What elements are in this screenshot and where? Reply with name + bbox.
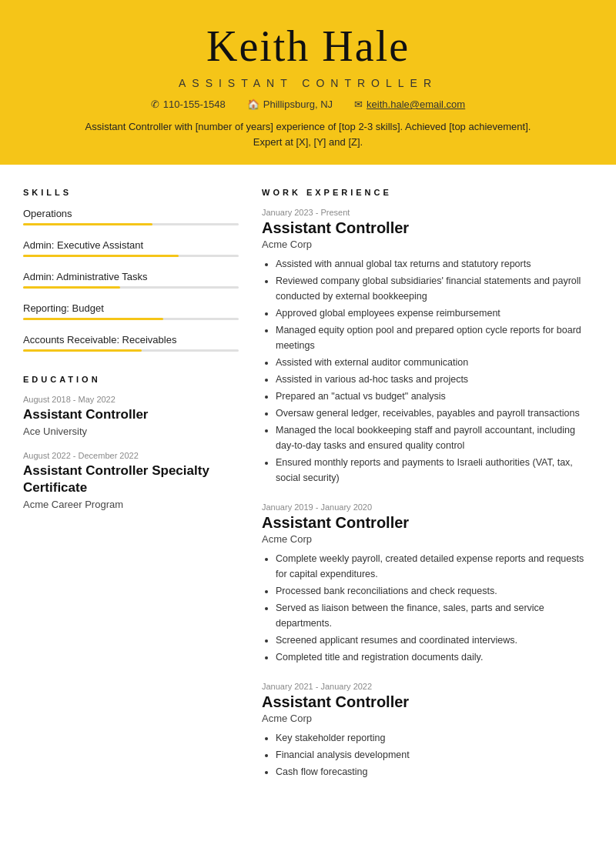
- job-entry: January 2019 - January 2020 Assistant Co…: [262, 502, 593, 665]
- skills-list: Operations Admin: Executive Assistant Ad…: [23, 208, 239, 352]
- resume-header: Keith Hale Assistant Controller ✆ 110-15…: [0, 0, 616, 165]
- education-list: August 2018 - May 2022 Assistant Control…: [23, 395, 239, 510]
- job-title: Assistant Controller: [262, 219, 593, 237]
- job-date: January 2019 - January 2020: [262, 502, 593, 512]
- phone-icon: ✆: [151, 98, 159, 110]
- bullet-item: Completed title and registration documen…: [276, 649, 593, 665]
- skill-bar-fill: [23, 255, 179, 257]
- job-bullets: Complete weekly payroll, created detaile…: [262, 551, 593, 665]
- edu-date: August 2018 - May 2022: [23, 395, 239, 404]
- contact-bar: ✆ 110-155-1548 🏠 Phillipsburg, NJ ✉ keit…: [15, 98, 601, 110]
- location-contact: 🏠 Phillipsburg, NJ: [247, 98, 333, 110]
- education-entry: August 2018 - May 2022 Assistant Control…: [23, 395, 239, 437]
- skill-name: Admin: Administrative Tasks: [23, 271, 239, 282]
- bullet-item: Screened applicant resumes and coordinat…: [276, 633, 593, 648]
- job-title: Assistant Controller: [262, 514, 593, 532]
- skill-bar-fill: [23, 318, 163, 320]
- bullet-item: Served as liaison between the finance, s…: [276, 600, 593, 631]
- work-section-title: WORK EXPERIENCE: [262, 188, 593, 197]
- summary-text: Assistant Controller with [number of yea…: [77, 119, 539, 149]
- job-company: Acme Corp: [262, 713, 593, 724]
- bullet-item: Reviewed company global subsidiaries' fi…: [276, 273, 593, 304]
- location-text: Phillipsburg, NJ: [263, 98, 333, 110]
- skill-bar-bg: [23, 255, 239, 257]
- skill-bar-bg: [23, 286, 239, 289]
- phone-number: 110-155-1548: [163, 98, 226, 110]
- job-entry: January 2021 - January 2022 Assistant Co…: [262, 682, 593, 780]
- skill-bar-fill: [23, 349, 142, 352]
- resume-body: SKILLS Operations Admin: Executive Assis…: [0, 165, 616, 820]
- edu-degree: Assistant Controller Specialty Certifica…: [23, 462, 239, 496]
- skill-bar-fill: [23, 223, 152, 225]
- skill-bar-fill: [23, 286, 120, 289]
- skill-bar-bg: [23, 223, 239, 225]
- email-contact[interactable]: ✉ keith.hale@email.com: [354, 98, 465, 110]
- bullet-item: Processed bank reconciliations and check…: [276, 583, 593, 599]
- candidate-title: Assistant Controller: [15, 77, 601, 89]
- bullet-item: Approved global employees expense reimbu…: [276, 305, 593, 321]
- skill-name: Operations: [23, 208, 239, 219]
- bullet-item: Key stakeholder reporting: [276, 730, 593, 746]
- bullet-item: Managed equity option pool and prepared …: [276, 322, 593, 353]
- job-company: Acme Corp: [262, 239, 593, 250]
- education-section-title: EDUCATION: [23, 375, 239, 384]
- skill-item: Admin: Executive Assistant: [23, 239, 239, 257]
- bullet-item: Ensured monthly reports and payments to …: [276, 455, 593, 486]
- bullet-item: Cash flow forecasting: [276, 764, 593, 780]
- job-entry: January 2023 - Present Assistant Control…: [262, 208, 593, 486]
- skills-section-title: SKILLS: [23, 188, 239, 197]
- skill-item: Accounts Receivable: Receivables: [23, 334, 239, 352]
- education-section: EDUCATION August 2018 - May 2022 Assista…: [23, 375, 239, 510]
- skills-section: SKILLS Operations Admin: Executive Assis…: [23, 188, 239, 352]
- left-column: SKILLS Operations Admin: Executive Assis…: [23, 188, 239, 796]
- bullet-item: Assisted in various ad-hoc tasks and pro…: [276, 372, 593, 387]
- skill-bar-bg: [23, 318, 239, 320]
- job-date: January 2021 - January 2022: [262, 682, 593, 691]
- phone-contact: ✆ 110-155-1548: [151, 98, 226, 110]
- email-link[interactable]: keith.hale@email.com: [367, 98, 465, 110]
- bullet-item: Assisted with annual global tax returns …: [276, 256, 593, 272]
- bullet-item: Oversaw general ledger, receivables, pay…: [276, 406, 593, 421]
- skill-name: Admin: Executive Assistant: [23, 239, 239, 251]
- job-date: January 2023 - Present: [262, 208, 593, 217]
- edu-school: Acme Career Program: [23, 499, 239, 510]
- edu-date: August 2022 - December 2022: [23, 451, 239, 460]
- job-bullets: Assisted with annual global tax returns …: [262, 256, 593, 486]
- bullet-item: Complete weekly payroll, created detaile…: [276, 551, 593, 582]
- skill-item: Operations: [23, 208, 239, 225]
- skill-name: Accounts Receivable: Receivables: [23, 334, 239, 346]
- right-column: WORK EXPERIENCE January 2023 - Present A…: [262, 188, 593, 796]
- work-list: January 2023 - Present Assistant Control…: [262, 208, 593, 780]
- job-company: Acme Corp: [262, 533, 593, 545]
- skill-item: Reporting: Budget: [23, 302, 239, 320]
- job-title: Assistant Controller: [262, 693, 593, 711]
- education-entry: August 2022 - December 2022 Assistant Co…: [23, 451, 239, 510]
- skill-bar-bg: [23, 349, 239, 352]
- job-bullets: Key stakeholder reportingFinancial analy…: [262, 730, 593, 780]
- skill-name: Reporting: Budget: [23, 302, 239, 314]
- location-icon: 🏠: [247, 98, 259, 110]
- edu-school: Ace University: [23, 426, 239, 437]
- candidate-name: Keith Hale: [15, 22, 601, 71]
- email-icon: ✉: [354, 98, 363, 110]
- bullet-item: Financial analysis development: [276, 747, 593, 763]
- edu-degree: Assistant Controller: [23, 406, 239, 423]
- bullet-item: Prepared an "actual vs budget" analysis: [276, 389, 593, 404]
- skill-item: Admin: Administrative Tasks: [23, 271, 239, 289]
- bullet-item: Managed the local bookkeeping staff and …: [276, 422, 593, 453]
- bullet-item: Assisted with external auditor communica…: [276, 355, 593, 370]
